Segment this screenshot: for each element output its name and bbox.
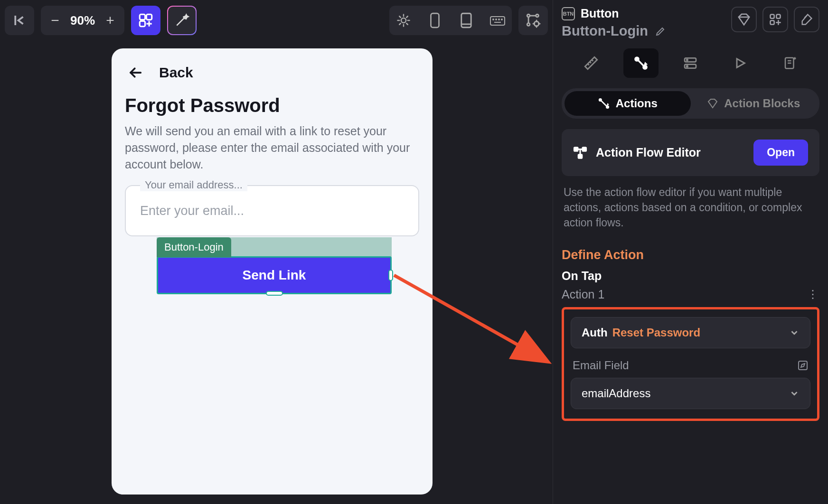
- toggle-actions-label: Actions: [616, 97, 658, 110]
- svg-marker-49: [737, 59, 744, 68]
- svg-point-24: [527, 14, 530, 17]
- toggle-action-blocks[interactable]: Action Blocks: [691, 91, 817, 116]
- action-name: Reset Password: [612, 326, 700, 339]
- resize-handle-bottom[interactable]: [266, 291, 283, 296]
- properties-panel: BTN Button Button-Login: [553, 0, 828, 504]
- collapse-sidebar-button[interactable]: [5, 6, 34, 35]
- highlighted-config: Auth Reset Password Email Field emailAdd…: [562, 307, 819, 421]
- keyboard-preview-button[interactable]: [488, 11, 507, 30]
- email-field-edit-button[interactable]: [797, 360, 809, 371]
- svg-point-20: [496, 19, 497, 20]
- widget-name: Button-Login: [562, 23, 648, 39]
- email-input[interactable]: Your email address... Enter your email..…: [125, 185, 419, 236]
- top-toolbar: − 90% +: [0, 0, 553, 41]
- svg-point-25: [536, 14, 539, 17]
- flow-editor-label: Action Flow Editor: [596, 146, 701, 159]
- svg-point-55: [599, 99, 601, 101]
- svg-rect-1: [140, 14, 145, 19]
- send-link-button[interactable]: Send Link: [157, 256, 392, 294]
- svg-point-21: [499, 19, 499, 20]
- widget-type-badge: BTN: [562, 7, 575, 20]
- svg-rect-34: [771, 15, 774, 19]
- action-type-select[interactable]: Auth Reset Password: [571, 317, 810, 348]
- zoom-value: 90%: [67, 13, 98, 28]
- flow-icon: [573, 146, 587, 160]
- add-component-button[interactable]: [762, 7, 788, 32]
- email-field-value: emailAddress: [582, 387, 650, 400]
- svg-rect-36: [771, 20, 774, 24]
- email-field-select[interactable]: emailAddress: [571, 378, 810, 409]
- canvas-area: − 90% +: [0, 0, 553, 504]
- svg-point-44: [643, 65, 647, 69]
- chevron-down-icon: [789, 327, 800, 338]
- back-arrow-icon: [127, 65, 144, 80]
- define-action-title: Define Action: [562, 248, 819, 262]
- actions-small-icon: [598, 97, 610, 110]
- svg-rect-3: [140, 21, 145, 26]
- doc-plus-icon: [783, 56, 797, 70]
- open-flow-editor-button[interactable]: Open: [753, 140, 808, 166]
- svg-rect-59: [578, 154, 582, 158]
- svg-point-6: [401, 18, 406, 23]
- brush-icon: [800, 13, 813, 26]
- diamond-small-icon: [707, 98, 718, 109]
- zoom-out-button[interactable]: −: [45, 10, 66, 31]
- svg-rect-15: [431, 13, 439, 28]
- email-float-label: Your email address...: [140, 179, 247, 191]
- selection-tag[interactable]: Button-Login: [157, 237, 231, 257]
- tab-actions[interactable]: [623, 48, 659, 78]
- svg-line-13: [399, 23, 401, 25]
- email-field-label: Email Field: [573, 359, 629, 372]
- back-row[interactable]: Back: [127, 65, 419, 81]
- svg-point-47: [687, 59, 688, 61]
- tab-backend[interactable]: [673, 48, 708, 78]
- edit-box-icon: [797, 360, 809, 371]
- send-link-label: Send Link: [243, 268, 306, 283]
- preview-mode-group: [389, 6, 512, 35]
- add-widget-button[interactable]: [131, 6, 160, 35]
- flow-editor-card: Action Flow Editor Open: [562, 129, 819, 176]
- toggle-actions[interactable]: Actions: [565, 91, 691, 116]
- phone-icon: [429, 12, 441, 28]
- flow-editor-hint: Use the action flow editor if you want m…: [562, 185, 819, 231]
- premium-button[interactable]: [731, 7, 757, 32]
- theme-panel-button[interactable]: [794, 7, 819, 32]
- server-icon: [683, 56, 698, 71]
- svg-rect-62: [799, 361, 807, 370]
- zoom-in-button[interactable]: +: [100, 10, 121, 31]
- email-placeholder: Enter your email...: [140, 204, 244, 218]
- edit-name-button[interactable]: [655, 26, 666, 37]
- layout-gear-icon: [525, 12, 541, 28]
- tablet-preview-button[interactable]: [457, 11, 476, 30]
- svg-point-26: [527, 23, 530, 26]
- keyboard-icon: [489, 14, 506, 27]
- svg-rect-2: [146, 14, 151, 19]
- action-prefix: Auth: [582, 326, 608, 339]
- layout-settings-button[interactable]: [518, 6, 548, 35]
- svg-point-48: [687, 65, 688, 67]
- tab-docs[interactable]: [772, 48, 808, 78]
- svg-rect-18: [490, 17, 505, 25]
- action-menu-button[interactable]: ⋮: [807, 288, 819, 301]
- resize-handle-right[interactable]: [388, 270, 393, 281]
- svg-line-41: [590, 62, 591, 63]
- magic-wand-icon: [174, 13, 189, 28]
- mobile-preview-button[interactable]: [425, 11, 444, 30]
- actions-icon: [633, 55, 649, 71]
- theme-toggle-button[interactable]: [394, 11, 413, 30]
- chevron-down-icon: [789, 388, 800, 399]
- ruler-icon: [583, 55, 599, 71]
- back-label: Back: [159, 65, 193, 81]
- svg-point-19: [493, 19, 494, 20]
- action1-label: Action 1: [562, 288, 604, 301]
- svg-line-40: [588, 64, 589, 65]
- tab-animations[interactable]: [723, 48, 758, 78]
- svg-rect-58: [583, 147, 586, 151]
- widget-plus-icon: [138, 12, 154, 28]
- tab-properties[interactable]: [574, 48, 609, 78]
- on-tap-label: On Tap: [562, 269, 819, 283]
- svg-line-14: [406, 16, 408, 18]
- ai-assist-button[interactable]: [167, 6, 197, 35]
- svg-line-42: [592, 60, 593, 61]
- open-btn-label: Open: [767, 146, 795, 159]
